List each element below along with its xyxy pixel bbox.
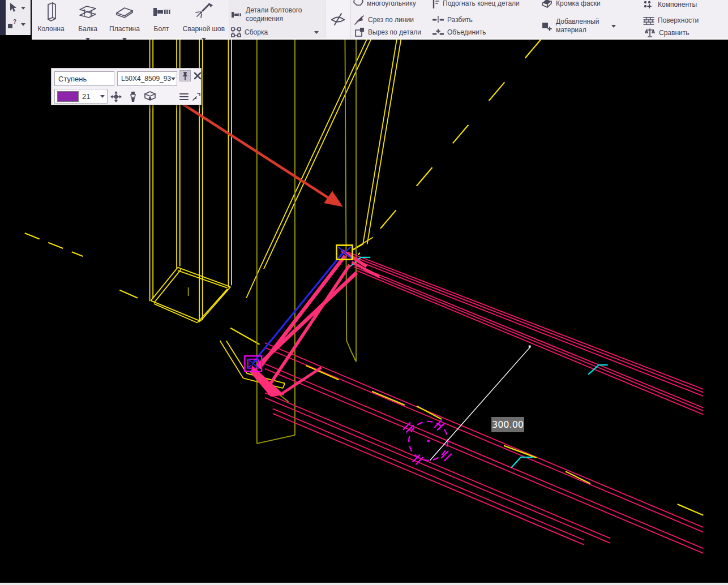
ribbon-item-surfaces[interactable]: Поверхности (643, 15, 722, 26)
model-viewport[interactable]: 300.00 L50X4_8509_93 21 (0, 40, 728, 583)
dimension-value-label: 300.00 (491, 417, 524, 432)
close-button[interactable] (192, 70, 203, 81)
pin-button[interactable] (179, 70, 191, 81)
split-icon (432, 16, 444, 24)
svg-text:?: ? (13, 19, 16, 25)
ribbon-item-bolt[interactable]: Болт (144, 0, 179, 38)
paint-button[interactable] (126, 90, 140, 104)
beam-icon (78, 2, 98, 22)
reference-line (253, 253, 342, 363)
contextual-toolbar[interactable]: L50X4_8509_93 21 (51, 68, 202, 105)
polygon-cut-icon (353, 0, 363, 8)
profile-value: L50X4_8509_93 (121, 75, 171, 83)
rotation-circle[interactable] (403, 420, 452, 464)
ribbon-item-added-material[interactable]: Добавленный материал (541, 16, 632, 36)
inquire-button[interactable]: ? (7, 18, 25, 31)
ribbon-item-label: Срез по линии (368, 16, 414, 24)
move-icon (110, 91, 122, 102)
ribbon-item-label: Добавленный материал (556, 18, 608, 35)
stringer-wireframe[interactable] (220, 40, 401, 388)
ribbon-item-assembly[interactable]: Сборка (231, 27, 322, 38)
ribbon-separator (229, 1, 229, 37)
bolt-icon (151, 2, 172, 22)
ribbon-item-combine[interactable]: Объединить (432, 27, 506, 38)
components-icon (643, 0, 654, 9)
chevron-down-icon (21, 7, 25, 10)
list-icon (179, 93, 189, 101)
ribbon-item-label: Колонна (33, 25, 69, 33)
pin-icon (181, 71, 189, 80)
line-cut-icon (354, 15, 365, 25)
ribbon-item-polygon-cut[interactable]: многоугольнику (353, 0, 427, 9)
ribbon-item-label: Поверхности (658, 16, 699, 24)
move-button[interactable] (109, 90, 123, 104)
chevron-down-icon (611, 25, 616, 28)
quick-access-strip: ? (0, 0, 32, 40)
status-bar-edge (0, 583, 728, 585)
ribbon-item-label: Сварной шов (180, 25, 228, 33)
plate-icon (114, 2, 135, 22)
weld-marks-cyan (350, 257, 608, 468)
ribbon-item-split[interactable]: Разбить (432, 14, 506, 25)
ribbon-item-label: Вырез по детали (368, 28, 421, 36)
model-scene (0, 40, 728, 583)
visibility-toggle-button[interactable] (325, 0, 351, 38)
ribbon-item-label: Балка (70, 25, 105, 33)
ribbon-item-label: многоугольнику (367, 0, 416, 7)
color-number: 21 (82, 92, 90, 101)
view-box-button[interactable] (143, 90, 157, 104)
name-input[interactable] (54, 71, 114, 86)
list-button[interactable] (178, 91, 190, 102)
ribbon-item-beam[interactable]: Балка (70, 0, 105, 38)
select-cursor-icon (8, 2, 19, 14)
color-dropdown[interactable]: 21 (54, 89, 108, 104)
eye-slash-icon (330, 12, 346, 26)
added-material-icon (541, 20, 553, 32)
ribbon-item-label: Сравнить (659, 29, 689, 37)
ribbon-item-label: Кромка фаски (556, 0, 601, 7)
ribbon-separator (324, 1, 324, 37)
chevron-down-icon (21, 23, 25, 26)
ribbon-item-label: Разбить (447, 16, 473, 24)
red-annotation-arrow (179, 102, 343, 207)
column-icon (41, 2, 61, 22)
inquire-icon: ? (7, 18, 19, 31)
surfaces-icon (643, 16, 654, 25)
ribbon-item-label: Компоненты (658, 1, 697, 8)
ribbon-item-compare[interactable]: Сравнить (644, 27, 723, 38)
collapse-icon (192, 92, 201, 101)
profile-dropdown[interactable]: L50X4_8509_93 (117, 71, 177, 86)
close-icon (194, 72, 202, 80)
fit-end-icon (431, 0, 439, 8)
bolt-details-icon (231, 9, 242, 20)
ribbon-item-chamfer[interactable]: Кромка фаски (541, 0, 626, 9)
collapse-button[interactable] (191, 91, 202, 102)
color-swatch (57, 91, 79, 102)
ribbon-item-part-cut[interactable]: Вырез по детали (354, 27, 428, 38)
ribbon-item-components[interactable]: Компоненты (643, 0, 722, 10)
assembly-icon (231, 27, 241, 37)
ribbon-item-label: Подогнать конец детали (443, 0, 520, 7)
dimension-line (430, 346, 531, 461)
select-cursor-button[interactable] (8, 2, 25, 14)
ribbon-item-column[interactable]: Колонна (33, 0, 69, 38)
ribbon-item-line-cut[interactable]: Срез по линии (354, 14, 428, 25)
paint-icon (128, 91, 138, 102)
ribbon-item-weld[interactable]: Сварной шов (180, 0, 228, 38)
ribbon-toolbar: ? Колонна Балка (0, 0, 728, 40)
combine-icon (432, 28, 444, 36)
ribbon-item-label: Объединить (447, 28, 486, 36)
ribbon-item-fit-end[interactable]: Подогнать конец детали (431, 0, 533, 9)
ribbon-item-bolt-details[interactable]: Детали болтового соединения (231, 5, 316, 25)
ribbon-item-plate[interactable]: Пластина (106, 0, 143, 38)
ribbon-item-label: Сборка (245, 28, 268, 36)
chevron-down-icon (314, 31, 319, 34)
weld-icon (194, 2, 214, 22)
part-cut-icon (354, 27, 365, 37)
ribbon-item-label: Болт (144, 25, 179, 33)
chevron-down-icon (171, 78, 175, 80)
ribbon-item-label: Пластина (106, 25, 143, 33)
ribbon-item-label: Детали болтового соединения (246, 6, 312, 23)
compare-icon (644, 28, 656, 38)
chamfer-icon (541, 0, 553, 8)
